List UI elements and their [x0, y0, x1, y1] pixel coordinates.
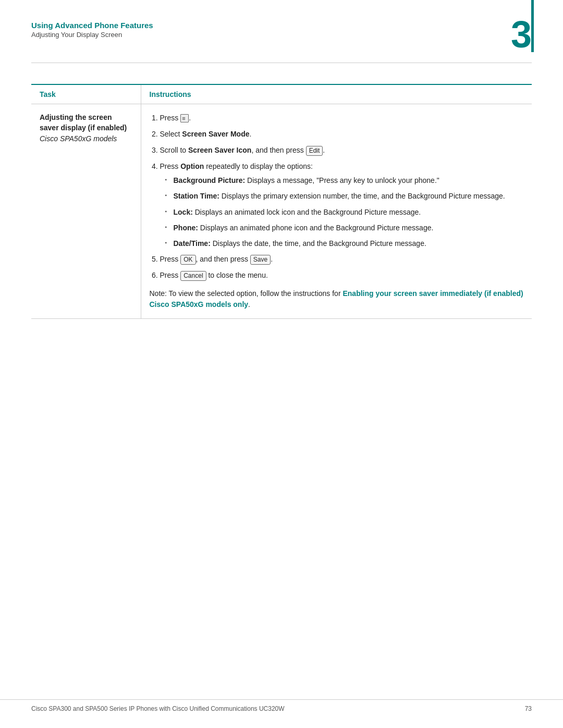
ok-button: OK — [180, 255, 195, 265]
edit-button: Edit — [306, 146, 323, 156]
step4-bold: Option — [180, 162, 204, 170]
steps-list: Press . Select Screen Saver Mode. Scroll… — [150, 113, 524, 281]
note-link[interactable]: Enabling your screen saver immediately (… — [150, 289, 523, 309]
instructions-content: Press . Select Screen Saver Mode. Scroll… — [150, 113, 524, 310]
instructions-cell: Press . Select Screen Saver Mode. Scroll… — [141, 104, 532, 319]
task-cell: Adjusting the screen saver display (if e… — [31, 104, 141, 319]
bullet-datetime: Date/Time: Displays the date, the time, … — [165, 238, 524, 249]
bullet-phone: Phone: Displays an animated phone icon a… — [165, 223, 524, 233]
step2-bold: Screen Saver Mode — [182, 130, 249, 138]
bullet5-bold: Date/Time: — [174, 239, 211, 248]
content-table: Task Instructions Adjusting the screen s… — [31, 84, 532, 319]
step-3: Scroll to Screen Saver Icon, and then pr… — [160, 145, 524, 156]
task-title-bold: Adjusting the screen saver display (if e… — [40, 113, 132, 133]
step3-bold: Screen Saver Icon — [188, 146, 251, 154]
table-row: Adjusting the screen saver display (if e… — [31, 104, 532, 319]
cancel-button: Cancel — [180, 271, 206, 281]
col-instructions-header: Instructions — [141, 84, 532, 104]
task-title-italic: Cisco SPA50xG models — [40, 134, 132, 144]
page-wrapper: Using Advanced Phone Features Adjusting … — [0, 0, 563, 728]
page-header: Using Advanced Phone Features Adjusting … — [0, 0, 563, 53]
step-5: Press OK, and then press Save. — [160, 254, 524, 265]
footer-page: 73 — [525, 705, 532, 712]
header-left: Using Advanced Phone Features Adjusting … — [31, 21, 153, 39]
chapter-title: Using Advanced Phone Features — [31, 21, 153, 30]
step-2: Select Screen Saver Mode. — [160, 129, 524, 140]
save-button: Save — [250, 255, 271, 265]
bullet-station-time: Station Time: Displays the primary exten… — [165, 191, 524, 201]
bullet1-bold: Background Picture: — [174, 176, 246, 184]
step-1: Press . — [160, 113, 524, 124]
step-6: Press Cancel to close the menu. — [160, 270, 524, 281]
menu-icon — [180, 114, 189, 122]
chapter-subtitle: Adjusting Your Display Screen — [31, 31, 153, 39]
col-task-header: Task — [31, 84, 141, 104]
bullet-background-picture: Background Picture: Displays a message, … — [165, 175, 524, 186]
chapter-sidebar-bar — [531, 0, 534, 52]
chapter-number: 3 — [511, 16, 532, 53]
note-text: Note: To view the selected option, follo… — [150, 288, 524, 310]
bullet-lock: Lock: Displays an animated lock icon and… — [165, 207, 524, 217]
bullet4-bold: Phone: — [174, 224, 198, 232]
bullet2-bold: Station Time: — [174, 192, 219, 200]
step-4: Press Option repeatedly to display the o… — [160, 161, 524, 249]
page-footer: Cisco SPA300 and SPA500 Series IP Phones… — [0, 699, 563, 712]
main-content: Task Instructions Adjusting the screen s… — [0, 63, 563, 350]
footer-text: Cisco SPA300 and SPA500 Series IP Phones… — [31, 705, 285, 712]
bullet3-bold: Lock: — [174, 208, 193, 216]
bullet-list: Background Picture: Displays a message, … — [160, 175, 524, 249]
